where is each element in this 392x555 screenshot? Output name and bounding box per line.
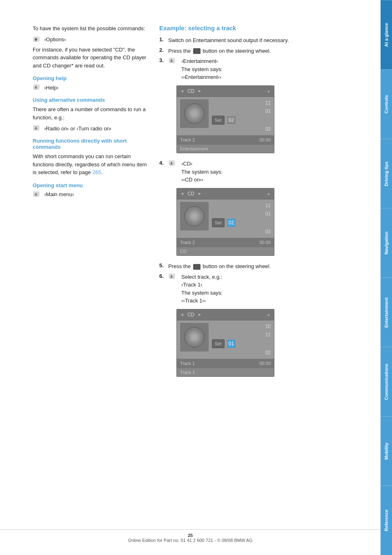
set-area-1: Set 02 — [212, 116, 271, 125]
step-6-num: 6. — [159, 273, 168, 279]
step-2-body: Press the button on the steering wheel. — [168, 47, 364, 55]
mic-icon-step4 — [168, 160, 177, 167]
step-3-body: ›Entertainment‹ The system says: ››Enter… — [168, 57, 364, 157]
screen1-body: 11 01 Set 02 03 — [177, 97, 274, 136]
intro-text: To have the system list the possible com… — [33, 25, 147, 33]
mic-icon-radio — [33, 125, 42, 132]
sidebar-tab-driving-tips[interactable]: Driving tips — [381, 139, 392, 208]
track-01: 01 — [212, 107, 271, 115]
heading-alt-commands: Using alternative commands — [33, 97, 147, 103]
step-4-num: 4. — [159, 160, 168, 166]
sidebar-tab-communications[interactable]: Communications — [381, 347, 392, 416]
disc-area-1 — [180, 99, 209, 128]
svg-rect-2 — [36, 38, 36, 40]
svg-rect-8 — [36, 127, 36, 129]
sidebar-tab-at-a-glance[interactable]: At a glance — [381, 0, 392, 69]
page-number: 25 — [188, 533, 193, 538]
short-commands-description: With short commands you can run certain … — [33, 152, 147, 177]
screen3-body: 10 11 Set 01 02 — [177, 320, 274, 359]
step-5-num: 5. — [159, 262, 168, 269]
sidebar-tab-mobility[interactable]: Mobility — [381, 416, 392, 486]
disc-circle-2 — [184, 206, 205, 226]
sidebar-tab-reference[interactable]: Reference — [381, 486, 392, 555]
steering-button-1 — [193, 48, 200, 54]
s3-track-02: 02 — [212, 349, 271, 356]
s2-track-03: 03 — [212, 228, 271, 235]
cd-screen-2: ◄ CD ► ▲ 11 01 — [176, 188, 274, 256]
mic-icon-options — [33, 36, 42, 43]
track-02-box: 02 — [227, 116, 236, 124]
set-btn-3: Set — [212, 339, 225, 349]
page-link[interactable]: 265 — [92, 169, 101, 175]
track-03: 03 — [212, 125, 271, 133]
footer-time-2: 00:00 — [259, 239, 271, 246]
sidebar-tab-controls[interactable]: Controls — [381, 69, 392, 139]
set-btn-2: Set — [212, 218, 225, 228]
footer-track-3: Track 1 — [180, 360, 195, 367]
footer-time-3: 00:00 — [259, 360, 271, 367]
sidebar-tab-navigation[interactable]: Navigation — [381, 208, 392, 278]
step-3-num: 3. — [159, 57, 168, 63]
screen1-label: Entertainment — [177, 145, 274, 153]
set-area-2: Set 02 — [212, 218, 271, 228]
step-4-body: ›CD‹ The system says: ››CD on‹‹ ◄ CD ► ▲ — [168, 160, 364, 260]
step-2-num: 2. — [159, 47, 168, 53]
page-container: To have the system list the possible com… — [0, 0, 392, 555]
svg-rect-11 — [36, 193, 36, 195]
screen2-header: ◄ CD ► ▲ — [177, 188, 274, 199]
step-5-body: Press the button on the steering wheel. — [168, 262, 364, 271]
heading-opening-help: Opening help — [33, 75, 147, 81]
screen2-tracks: 11 01 Set 02 03 — [212, 202, 271, 236]
help-command-line: ›Help‹ — [33, 84, 147, 91]
step-1: 1. Switch on Entertainment sound output … — [159, 36, 364, 45]
radio-command: ›Radio on‹ or ›Turn radio on‹ — [44, 125, 111, 132]
set-btn-1: Set — [212, 116, 225, 125]
options-description: For instance, if you have selected "CD",… — [33, 46, 147, 70]
svg-rect-20 — [171, 275, 172, 278]
screen2-label: CD — [177, 247, 274, 256]
footer-time-1: 00:00 — [259, 137, 271, 143]
s3-track-01-box: 01 — [227, 340, 236, 348]
main-menu-command: ›Main menu‹ — [44, 191, 74, 197]
step-1-num: 1. — [159, 36, 168, 43]
help-command: ›Help‹ — [44, 85, 58, 91]
svg-rect-14 — [171, 59, 172, 62]
mic-icon-main-menu — [33, 191, 42, 198]
screen3-header: ◄ CD ► ▲ — [177, 309, 274, 320]
right-column: Example: selecting a track 1. Switch on … — [159, 25, 364, 530]
alt-commands-description: There are often a number of commands to … — [33, 105, 147, 121]
steering-button-2 — [193, 264, 200, 270]
step-6: 6. Select track, e.g.: — [159, 273, 364, 381]
screen3-label: Track 1 — [177, 368, 274, 377]
s2-track-11: 11 — [212, 202, 271, 209]
step-4-command: ›CD‹ The system says: ››CD on‹‹ — [181, 160, 223, 184]
footer-track-1: Track 2 — [180, 137, 195, 143]
cd-screen-1: ◄ CD ► ▲ 11 01 — [176, 85, 274, 154]
s3-track-11: 11 — [212, 331, 271, 338]
step-3: 3. ›Entertainment‹ — [159, 57, 364, 157]
svg-rect-17 — [171, 162, 172, 164]
left-column: To have the system list the possible com… — [33, 25, 147, 530]
disc-circle-1 — [184, 103, 205, 124]
footer-text: Online Edition for Part no. 01 41 2 600 … — [128, 538, 252, 543]
cd-screen-3: ◄ CD ► ▲ 10 11 — [176, 309, 274, 377]
disc-area-2 — [180, 202, 209, 231]
sidebar-tab-entertainment[interactable]: Entertainment — [381, 278, 392, 347]
screen1-tracks: 11 01 Set 02 03 — [212, 99, 271, 133]
screen2-footer: Track 2 00:00 — [177, 238, 274, 247]
mic-icon-step6 — [168, 273, 177, 280]
heading-start-menu: Opening start menu — [33, 182, 147, 188]
step-4: 4. ›CD‹ The sys — [159, 160, 364, 260]
example-heading: Example: selecting a track — [159, 25, 364, 31]
step-6-command: Select track, e.g.: ›Track 1‹ The system… — [181, 273, 223, 305]
disc-circle-3 — [184, 327, 205, 347]
radio-command-line: ›Radio on‹ or ›Turn radio on‹ — [33, 125, 147, 132]
step-5: 5. Press the button on the steering whee… — [159, 262, 364, 271]
set-area-3: Set 01 — [212, 339, 271, 349]
svg-rect-5 — [36, 86, 36, 88]
disc-area-3 — [180, 323, 209, 351]
footer-track-2: Track 2 — [180, 239, 195, 246]
page-footer: 25 Online Edition for Part no. 01 41 2 6… — [0, 529, 381, 543]
screen1-header: ◄ CD ► ▲ — [177, 86, 274, 97]
main-content: To have the system list the possible com… — [0, 0, 381, 555]
